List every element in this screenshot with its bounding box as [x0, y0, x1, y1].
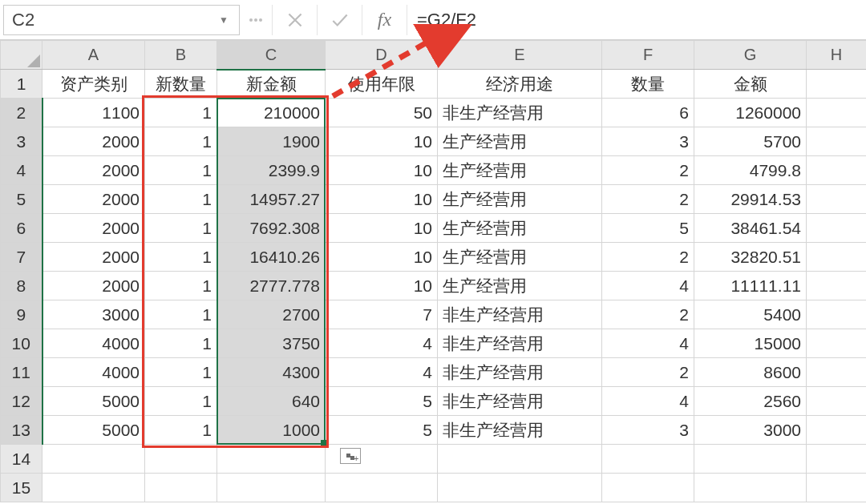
- col-header-D[interactable]: D: [326, 41, 438, 70]
- cell-E5[interactable]: 生产经营用: [438, 185, 602, 214]
- cell-A9[interactable]: 3000: [42, 300, 145, 329]
- cell-C10[interactable]: 3750: [217, 329, 326, 358]
- cell-A15[interactable]: [42, 474, 145, 502]
- cell-H7[interactable]: [807, 243, 867, 272]
- cell-B7[interactable]: 1: [145, 243, 217, 272]
- cell-B15[interactable]: [145, 474, 217, 502]
- row-header-2[interactable]: 2: [1, 99, 42, 127]
- cell-A8[interactable]: 2000: [42, 272, 145, 300]
- cell-F3[interactable]: 3: [602, 127, 694, 156]
- cell-C14[interactable]: [217, 445, 326, 474]
- cell-C1[interactable]: 新金额: [217, 70, 326, 99]
- cell-E1[interactable]: 经济用途: [438, 70, 602, 99]
- cell-F5[interactable]: 2: [602, 185, 694, 214]
- cell-G7[interactable]: 32820.51: [694, 243, 807, 272]
- col-header-A[interactable]: A: [42, 41, 145, 70]
- cell-F4[interactable]: 2: [602, 156, 694, 185]
- col-header-B[interactable]: B: [145, 41, 217, 70]
- cell-G14[interactable]: [694, 445, 807, 474]
- cell-C11[interactable]: 4300: [217, 358, 326, 387]
- cell-A6[interactable]: 2000: [42, 214, 145, 243]
- cell-B8[interactable]: 1: [145, 272, 217, 300]
- row-header-1[interactable]: 1: [1, 70, 42, 99]
- cell-E12[interactable]: 非生产经营用: [438, 387, 602, 416]
- row-header-10[interactable]: 10: [1, 329, 42, 358]
- cell-G6[interactable]: 38461.54: [694, 214, 807, 243]
- cell-F13[interactable]: 3: [602, 416, 694, 445]
- cell-A12[interactable]: 5000: [42, 387, 145, 416]
- cell-H15[interactable]: [807, 474, 867, 502]
- autofill-options-button[interactable]: +: [340, 448, 361, 464]
- enter-formula-button[interactable]: [317, 5, 362, 35]
- cell-G1[interactable]: 金额: [694, 70, 807, 99]
- fx-icon[interactable]: fx: [362, 5, 407, 35]
- cell-A14[interactable]: [42, 445, 145, 474]
- cell-G10[interactable]: 15000: [694, 329, 807, 358]
- cell-E6[interactable]: 生产经营用: [438, 214, 602, 243]
- cell-C2[interactable]: 210000: [217, 99, 326, 127]
- cell-F15[interactable]: [602, 474, 694, 502]
- cell-D11[interactable]: 4: [326, 358, 438, 387]
- cell-C13[interactable]: 1000: [217, 416, 326, 445]
- cell-H8[interactable]: [807, 272, 867, 300]
- cell-D4[interactable]: 10: [326, 156, 438, 185]
- cell-H14[interactable]: [807, 445, 867, 474]
- cell-D2[interactable]: 50: [326, 99, 438, 127]
- name-box[interactable]: C2 ▼: [3, 5, 240, 35]
- cell-G9[interactable]: 5400: [694, 300, 807, 329]
- cell-E4[interactable]: 生产经营用: [438, 156, 602, 185]
- cell-E11[interactable]: 非生产经营用: [438, 358, 602, 387]
- cell-C7[interactable]: 16410.26: [217, 243, 326, 272]
- col-header-H[interactable]: H: [807, 41, 867, 70]
- cell-B13[interactable]: 1: [145, 416, 217, 445]
- row-header-7[interactable]: 7: [1, 243, 42, 272]
- cell-B9[interactable]: 1: [145, 300, 217, 329]
- cell-A3[interactable]: 2000: [42, 127, 145, 156]
- cell-A10[interactable]: 4000: [42, 329, 145, 358]
- row-header-15[interactable]: 15: [1, 474, 42, 502]
- cell-H5[interactable]: [807, 185, 867, 214]
- row-header-14[interactable]: 14: [1, 445, 42, 474]
- cell-E13[interactable]: 非生产经营用: [438, 416, 602, 445]
- cell-B2[interactable]: 1: [145, 99, 217, 127]
- cell-A13[interactable]: 5000: [42, 416, 145, 445]
- row-header-11[interactable]: 11: [1, 358, 42, 387]
- cell-H2[interactable]: [807, 99, 867, 127]
- cell-D3[interactable]: 10: [326, 127, 438, 156]
- cell-E8[interactable]: 生产经营用: [438, 272, 602, 300]
- row-header-13[interactable]: 13: [1, 416, 42, 445]
- row-header-4[interactable]: 4: [1, 156, 42, 185]
- row-header-9[interactable]: 9: [1, 300, 42, 329]
- cell-A7[interactable]: 2000: [42, 243, 145, 272]
- cell-B3[interactable]: 1: [145, 127, 217, 156]
- cell-A4[interactable]: 2000: [42, 156, 145, 185]
- cell-H13[interactable]: [807, 416, 867, 445]
- chevron-down-icon[interactable]: ▼: [216, 14, 231, 26]
- cell-G12[interactable]: 2560: [694, 387, 807, 416]
- cell-G2[interactable]: 1260000: [694, 99, 807, 127]
- cell-H11[interactable]: [807, 358, 867, 387]
- cell-E14[interactable]: [438, 445, 602, 474]
- cell-D10[interactable]: 4: [326, 329, 438, 358]
- row-header-6[interactable]: 6: [1, 214, 42, 243]
- cell-A1[interactable]: 资产类别: [42, 70, 145, 99]
- cell-C5[interactable]: 14957.27: [217, 185, 326, 214]
- col-header-C[interactable]: C: [217, 41, 326, 70]
- cell-E10[interactable]: 非生产经营用: [438, 329, 602, 358]
- cell-F14[interactable]: [602, 445, 694, 474]
- col-header-E[interactable]: E: [438, 41, 602, 70]
- cell-H3[interactable]: [807, 127, 867, 156]
- cell-C12[interactable]: 640: [217, 387, 326, 416]
- cell-B12[interactable]: 1: [145, 387, 217, 416]
- cell-E3[interactable]: 生产经营用: [438, 127, 602, 156]
- cell-H6[interactable]: [807, 214, 867, 243]
- cell-C6[interactable]: 7692.308: [217, 214, 326, 243]
- cell-C15[interactable]: [217, 474, 326, 502]
- cell-D8[interactable]: 10: [326, 272, 438, 300]
- cell-G15[interactable]: [694, 474, 807, 502]
- col-header-G[interactable]: G: [694, 41, 807, 70]
- cell-C4[interactable]: 2399.9: [217, 156, 326, 185]
- cell-F11[interactable]: 2: [602, 358, 694, 387]
- cell-A2[interactable]: 1100: [42, 99, 145, 127]
- cell-F6[interactable]: 5: [602, 214, 694, 243]
